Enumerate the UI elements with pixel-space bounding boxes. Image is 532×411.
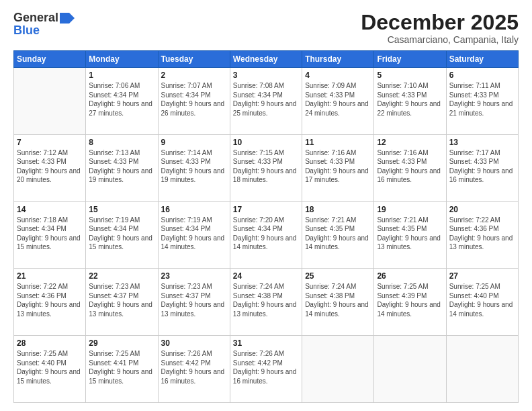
week-row-4: 21Sunrise: 7:22 AMSunset: 4:36 PMDayligh… [14, 269, 519, 336]
day-info: Sunrise: 7:25 AMSunset: 4:39 PMDaylight:… [377, 282, 443, 318]
day-cell: 20Sunrise: 7:22 AMSunset: 4:36 PMDayligh… [446, 201, 518, 269]
day-cell: 1Sunrise: 7:06 AMSunset: 4:34 PMDaylight… [86, 68, 158, 135]
page: General Blue December 2025 Casamarciano,… [0, 0, 532, 411]
day-info: Sunrise: 7:06 AMSunset: 4:34 PMDaylight:… [89, 81, 154, 118]
day-number: 11 [305, 138, 371, 147]
day-cell: 16Sunrise: 7:19 AMSunset: 4:34 PMDayligh… [158, 201, 230, 269]
svg-marker-0 [60, 13, 75, 24]
day-cell: 8Sunrise: 7:13 AMSunset: 4:33 PMDaylight… [86, 134, 158, 201]
day-info: Sunrise: 7:09 AMSunset: 4:33 PMDaylight:… [305, 81, 371, 118]
day-info: Sunrise: 7:19 AMSunset: 4:34 PMDaylight:… [161, 216, 227, 252]
day-info: Sunrise: 7:15 AMSunset: 4:33 PMDaylight:… [233, 148, 299, 185]
day-info: Sunrise: 7:18 AMSunset: 4:34 PMDaylight:… [17, 216, 83, 252]
logo-blue: Blue [13, 24, 40, 38]
weekday-header-wednesday: Wednesday [230, 51, 302, 68]
day-info: Sunrise: 7:24 AMSunset: 4:38 PMDaylight:… [305, 282, 371, 318]
day-cell: 9Sunrise: 7:14 AMSunset: 4:33 PMDaylight… [158, 134, 230, 201]
day-number: 27 [449, 271, 515, 281]
day-cell: 15Sunrise: 7:19 AMSunset: 4:34 PMDayligh… [86, 201, 158, 269]
day-info: Sunrise: 7:17 AMSunset: 4:33 PMDaylight:… [449, 148, 515, 185]
logo: General Blue [13, 11, 75, 38]
day-info: Sunrise: 7:23 AMSunset: 4:37 PMDaylight:… [161, 282, 227, 318]
day-cell: 23Sunrise: 7:23 AMSunset: 4:37 PMDayligh… [158, 269, 230, 336]
day-info: Sunrise: 7:16 AMSunset: 4:33 PMDaylight:… [305, 148, 371, 185]
day-info: Sunrise: 7:19 AMSunset: 4:34 PMDaylight:… [89, 216, 154, 252]
weekday-header-sunday: Sunday [14, 51, 86, 68]
day-info: Sunrise: 7:10 AMSunset: 4:33 PMDaylight:… [377, 81, 443, 118]
weekday-header-monday: Monday [86, 51, 158, 68]
day-cell [302, 336, 374, 403]
day-cell: 26Sunrise: 7:25 AMSunset: 4:39 PMDayligh… [374, 269, 446, 336]
day-cell: 24Sunrise: 7:24 AMSunset: 4:38 PMDayligh… [230, 269, 302, 336]
day-number: 4 [305, 71, 371, 80]
day-number: 23 [161, 271, 227, 281]
weekday-header-friday: Friday [374, 51, 446, 68]
day-number: 18 [305, 205, 371, 214]
day-number: 29 [89, 338, 154, 348]
day-cell: 4Sunrise: 7:09 AMSunset: 4:33 PMDaylight… [302, 68, 374, 135]
day-number: 2 [161, 71, 227, 80]
day-number: 19 [377, 205, 443, 214]
week-row-2: 7Sunrise: 7:12 AMSunset: 4:33 PMDaylight… [14, 134, 519, 201]
day-number: 21 [17, 271, 83, 281]
title-area: December 2025 Casamarciano, Campania, It… [361, 11, 519, 45]
day-cell: 11Sunrise: 7:16 AMSunset: 4:33 PMDayligh… [302, 134, 374, 201]
day-cell: 17Sunrise: 7:20 AMSunset: 4:34 PMDayligh… [230, 201, 302, 269]
day-cell: 28Sunrise: 7:25 AMSunset: 4:40 PMDayligh… [14, 336, 86, 403]
day-info: Sunrise: 7:24 AMSunset: 4:38 PMDaylight:… [233, 282, 299, 318]
day-info: Sunrise: 7:25 AMSunset: 4:41 PMDaylight:… [89, 349, 154, 385]
day-number: 9 [161, 138, 227, 147]
day-info: Sunrise: 7:16 AMSunset: 4:33 PMDaylight:… [377, 148, 443, 185]
day-info: Sunrise: 7:11 AMSunset: 4:33 PMDaylight:… [449, 81, 515, 118]
day-info: Sunrise: 7:25 AMSunset: 4:40 PMDaylight:… [17, 349, 83, 385]
day-number: 14 [17, 205, 83, 214]
day-info: Sunrise: 7:21 AMSunset: 4:35 PMDaylight:… [377, 216, 443, 252]
day-cell [446, 336, 518, 403]
day-number: 13 [449, 138, 515, 147]
day-info: Sunrise: 7:07 AMSunset: 4:34 PMDaylight:… [161, 81, 227, 118]
day-info: Sunrise: 7:25 AMSunset: 4:40 PMDaylight:… [449, 282, 515, 318]
day-cell: 29Sunrise: 7:25 AMSunset: 4:41 PMDayligh… [86, 336, 158, 403]
day-number: 15 [89, 205, 154, 214]
day-cell: 18Sunrise: 7:21 AMSunset: 4:35 PMDayligh… [302, 201, 374, 269]
day-cell: 25Sunrise: 7:24 AMSunset: 4:38 PMDayligh… [302, 269, 374, 336]
day-cell: 12Sunrise: 7:16 AMSunset: 4:33 PMDayligh… [374, 134, 446, 201]
logo-arrow-icon [60, 13, 75, 24]
day-cell: 31Sunrise: 7:26 AMSunset: 4:42 PMDayligh… [230, 336, 302, 403]
day-cell: 27Sunrise: 7:25 AMSunset: 4:40 PMDayligh… [446, 269, 518, 336]
day-number: 31 [233, 338, 299, 348]
logo-general: General [13, 11, 58, 25]
week-row-3: 14Sunrise: 7:18 AMSunset: 4:34 PMDayligh… [14, 201, 519, 269]
day-number: 30 [161, 338, 227, 348]
day-info: Sunrise: 7:22 AMSunset: 4:36 PMDaylight:… [17, 282, 83, 318]
day-number: 5 [377, 71, 443, 80]
weekday-header-row: SundayMondayTuesdayWednesdayThursdayFrid… [14, 51, 519, 68]
day-number: 16 [161, 205, 227, 214]
day-cell: 21Sunrise: 7:22 AMSunset: 4:36 PMDayligh… [14, 269, 86, 336]
day-number: 1 [89, 71, 154, 80]
day-number: 3 [233, 71, 299, 80]
day-cell: 13Sunrise: 7:17 AMSunset: 4:33 PMDayligh… [446, 134, 518, 201]
day-number: 6 [449, 71, 515, 80]
day-cell: 30Sunrise: 7:26 AMSunset: 4:42 PMDayligh… [158, 336, 230, 403]
calendar-table: SundayMondayTuesdayWednesdayThursdayFrid… [13, 50, 519, 403]
day-cell: 19Sunrise: 7:21 AMSunset: 4:35 PMDayligh… [374, 201, 446, 269]
weekday-header-tuesday: Tuesday [158, 51, 230, 68]
day-info: Sunrise: 7:12 AMSunset: 4:33 PMDaylight:… [17, 148, 83, 185]
day-number: 20 [449, 205, 515, 214]
day-info: Sunrise: 7:21 AMSunset: 4:35 PMDaylight:… [305, 216, 371, 252]
day-number: 22 [89, 271, 154, 281]
day-number: 10 [233, 138, 299, 147]
day-info: Sunrise: 7:23 AMSunset: 4:37 PMDaylight:… [89, 282, 154, 318]
week-row-5: 28Sunrise: 7:25 AMSunset: 4:40 PMDayligh… [14, 336, 519, 403]
day-number: 25 [305, 271, 371, 281]
day-info: Sunrise: 7:13 AMSunset: 4:33 PMDaylight:… [89, 148, 154, 185]
day-cell: 6Sunrise: 7:11 AMSunset: 4:33 PMDaylight… [446, 68, 518, 135]
day-number: 24 [233, 271, 299, 281]
day-cell [374, 336, 446, 403]
day-cell: 22Sunrise: 7:23 AMSunset: 4:37 PMDayligh… [86, 269, 158, 336]
day-number: 8 [89, 138, 154, 147]
day-cell: 14Sunrise: 7:18 AMSunset: 4:34 PMDayligh… [14, 201, 86, 269]
day-cell: 2Sunrise: 7:07 AMSunset: 4:34 PMDaylight… [158, 68, 230, 135]
day-number: 12 [377, 138, 443, 147]
